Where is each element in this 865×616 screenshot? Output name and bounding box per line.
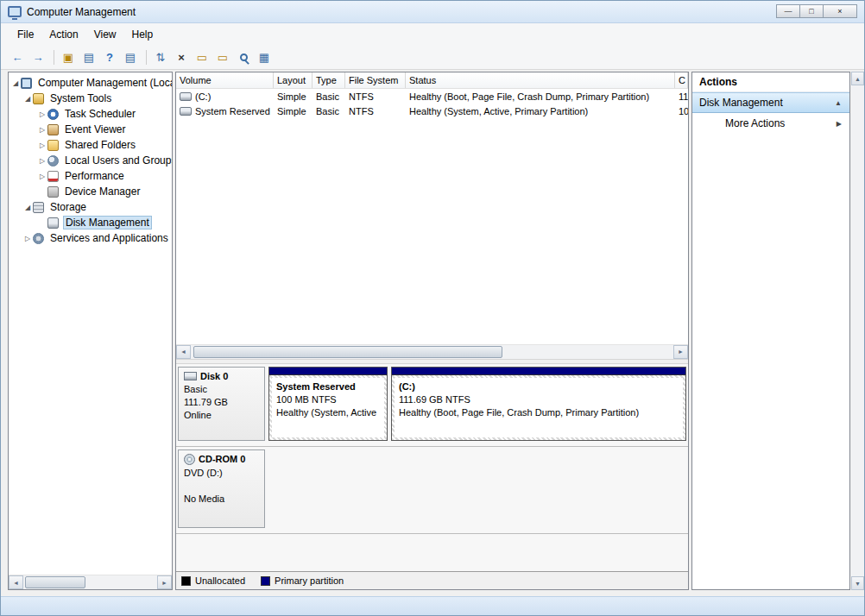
tree-item-device-manager[interactable]: Device Manager xyxy=(9,184,172,199)
scroll-right-icon[interactable]: ► xyxy=(157,575,172,589)
tree-horizontal-scrollbar[interactable]: ◄ ► xyxy=(9,575,172,589)
partition-system-reserved[interactable]: System Reserved 100 MB NTFS Healthy (Sys… xyxy=(268,367,388,441)
column-header-capacity[interactable]: C xyxy=(675,72,688,88)
computer-management-window: Computer Management — □ × File Action Vi… xyxy=(0,0,865,616)
tree-item-label: System Tools xyxy=(48,92,113,104)
column-header-file-system[interactable]: File System xyxy=(345,72,406,88)
volume-list-horizontal-scrollbar[interactable]: ◄ ► xyxy=(176,344,688,359)
maximize-button[interactable]: □ xyxy=(799,4,824,18)
tree-item-label: Event Viewer xyxy=(63,123,127,135)
action-label: Disk Management xyxy=(699,97,783,109)
window-frame-bottom xyxy=(1,596,865,616)
partition-status: Healthy (Boot, Page File, Crash Dump, Pr… xyxy=(399,406,679,419)
scrollbar-thumb[interactable] xyxy=(193,346,502,358)
storage-icon xyxy=(33,202,44,213)
menu-action[interactable]: Action xyxy=(41,25,85,44)
scroll-up-icon[interactable]: ▲ xyxy=(851,72,864,85)
cdrom-row: CD-ROM 0 DVD (D:) No Media xyxy=(176,447,688,534)
expand-icon[interactable]: ▷ xyxy=(37,173,47,180)
computer-icon xyxy=(21,78,32,89)
volume-type: Basic xyxy=(313,91,345,102)
expand-icon[interactable]: ▷ xyxy=(37,141,47,149)
window-controls: — □ × xyxy=(777,4,857,18)
actions-pane: Actions Disk Management ▲ More Actions ▶ xyxy=(691,72,850,590)
tree-item-label: Performance xyxy=(63,170,126,182)
column-header-type[interactable]: Type xyxy=(313,72,345,88)
list-view-button[interactable]: ▤ xyxy=(121,48,140,67)
list-view-icon: ▤ xyxy=(125,52,136,63)
tree-item-disk-management[interactable]: Disk Management xyxy=(9,215,172,230)
expand-icon[interactable]: ▷ xyxy=(37,157,47,165)
tree-item-storage[interactable]: ◢ Storage xyxy=(9,199,172,215)
disk-management-icon xyxy=(47,217,59,229)
tree-item-shared-folders[interactable]: ▷ Shared Folders xyxy=(9,137,172,153)
settings-icon: ▦ xyxy=(259,52,269,63)
partition-name: (C:) xyxy=(399,380,679,393)
menu-view[interactable]: View xyxy=(86,25,124,44)
menu-help[interactable]: Help xyxy=(124,25,161,44)
legend-unallocated: Unallocated xyxy=(181,575,245,586)
show-action-pane-button[interactable]: ▤ xyxy=(79,48,98,67)
partition-name: System Reserved xyxy=(276,380,380,393)
submenu-icon[interactable]: ▶ xyxy=(837,120,842,128)
forward-button[interactable]: → xyxy=(28,48,47,67)
vertical-scrollbar[interactable]: ▲ ▼ xyxy=(851,72,864,590)
partition-color-band xyxy=(269,368,387,375)
tree-item-event-viewer[interactable]: ▷ Event Viewer xyxy=(9,122,172,137)
shared-folders-icon xyxy=(47,140,59,151)
expand-icon[interactable]: ◢ xyxy=(22,95,33,103)
scroll-left-icon[interactable]: ◄ xyxy=(9,575,23,589)
scroll-down-icon[interactable]: ▼ xyxy=(851,576,864,590)
search-button[interactable] xyxy=(234,48,253,67)
scroll-right-icon[interactable]: ► xyxy=(673,345,688,359)
tree-item-task-scheduler[interactable]: ▷ Task Scheduler xyxy=(9,106,172,122)
tree-item-services-and-applications[interactable]: ▷ Services and Applications xyxy=(9,230,172,246)
volume-layout: Simple xyxy=(274,106,313,116)
properties-button[interactable]: ▭ xyxy=(193,48,212,67)
toolbar-separator xyxy=(54,50,54,65)
tree-item-computer-management[interactable]: ◢ Computer Management (Local xyxy=(9,75,172,91)
refresh-button[interactable]: ⇅ xyxy=(151,48,170,67)
partition-size: 100 MB NTFS xyxy=(276,393,380,406)
menu-file[interactable]: File xyxy=(9,25,41,44)
tree-item-label: Computer Management (Local xyxy=(36,77,172,89)
column-header-layout[interactable]: Layout xyxy=(274,72,313,88)
actions-disk-management[interactable]: Disk Management ▲ xyxy=(692,92,849,113)
collapse-icon[interactable]: ▲ xyxy=(835,99,842,107)
minimize-button[interactable]: — xyxy=(776,4,800,18)
scrollbar-track[interactable] xyxy=(191,345,673,359)
expand-icon[interactable]: ▷ xyxy=(37,126,47,134)
scrollbar-track[interactable] xyxy=(23,575,157,589)
disk0-header[interactable]: Disk 0 Basic 111.79 GB Online xyxy=(178,367,265,441)
volume-name: (C:) xyxy=(195,91,211,102)
volume-row-c[interactable]: (C:) Simple Basic NTFS Healthy (Boot, Pa… xyxy=(176,89,688,104)
tree-item-local-users-and-groups[interactable]: ▷ Local Users and Groups xyxy=(9,153,172,168)
back-button[interactable]: ← xyxy=(8,48,27,67)
scroll-left-icon[interactable]: ◄ xyxy=(176,345,191,359)
expand-icon[interactable]: ▷ xyxy=(37,110,47,118)
console-tree-pane: ◢ Computer Management (Local ◢ System To… xyxy=(8,72,173,590)
volume-name: System Reserved xyxy=(195,106,270,116)
expand-icon[interactable]: ◢ xyxy=(22,204,33,211)
column-header-status[interactable]: Status xyxy=(406,72,675,88)
volume-row-system-reserved[interactable]: System Reserved Simple Basic NTFS Health… xyxy=(176,104,688,118)
help-button[interactable]: ? xyxy=(100,48,119,67)
partition-c[interactable]: (C:) 111.69 GB NTFS Healthy (Boot, Page … xyxy=(391,367,686,441)
settings-button[interactable]: ▦ xyxy=(255,48,274,67)
cdrom-header[interactable]: CD-ROM 0 DVD (D:) No Media xyxy=(178,449,265,528)
open-button[interactable]: ▭ xyxy=(213,48,232,67)
local-users-and-groups-icon xyxy=(47,155,59,167)
show-console-tree-button[interactable]: ▣ xyxy=(59,48,78,67)
column-header-volume[interactable]: Volume xyxy=(176,72,274,88)
volume-layout: Simple xyxy=(274,91,313,102)
expand-icon[interactable]: ▷ xyxy=(22,235,33,242)
expand-icon[interactable]: ◢ xyxy=(10,79,21,87)
tree-item-system-tools[interactable]: ◢ System Tools xyxy=(9,91,172,106)
delete-button[interactable]: × xyxy=(172,48,191,67)
help-icon: ? xyxy=(106,52,113,63)
close-button[interactable]: × xyxy=(823,4,857,18)
scrollbar-thumb[interactable] xyxy=(25,576,85,588)
tree-item-label: Task Scheduler xyxy=(63,108,137,120)
tree-item-performance[interactable]: ▷ Performance xyxy=(9,168,172,184)
actions-more-actions[interactable]: More Actions ▶ xyxy=(692,113,849,134)
